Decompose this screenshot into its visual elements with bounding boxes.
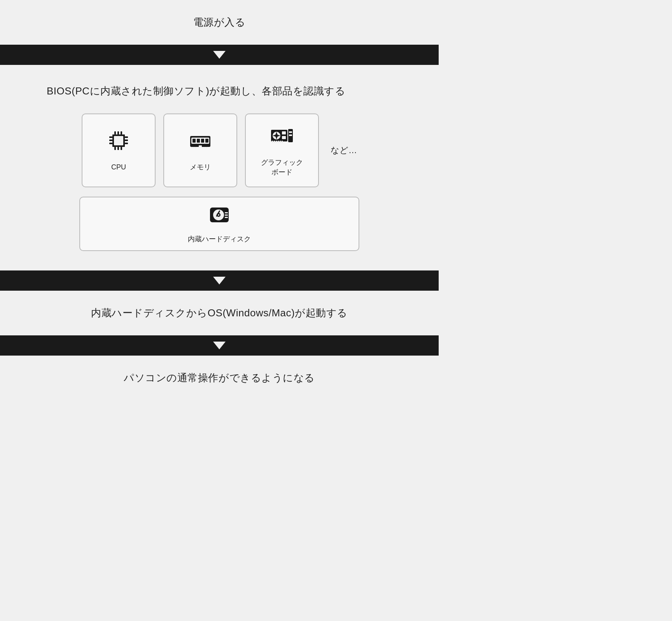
arrow-bar-1 xyxy=(0,45,439,65)
step-power-text: 電源が入る xyxy=(193,16,246,29)
svg-rect-19 xyxy=(205,139,208,143)
hdd-icon xyxy=(208,204,230,230)
arrow-bar-2 xyxy=(0,270,439,291)
svg-rect-12 xyxy=(125,140,128,141)
graphics-label: グラフィックボード xyxy=(261,158,303,177)
svg-rect-48 xyxy=(225,217,228,218)
cpu-icon xyxy=(106,128,131,157)
memory-label: メモリ xyxy=(190,162,211,172)
hdd-card: 内蔵ハードディスク xyxy=(79,197,359,251)
svg-rect-11 xyxy=(125,136,128,138)
svg-rect-39 xyxy=(280,141,281,143)
arrow-bar-3 xyxy=(0,335,439,356)
svg-rect-26 xyxy=(206,147,207,148)
hdd-label: 内蔵ハードディスク xyxy=(188,234,251,244)
svg-rect-18 xyxy=(201,139,204,143)
svg-rect-8 xyxy=(109,136,112,138)
step-power: 電源が入る xyxy=(0,0,439,45)
svg-rect-10 xyxy=(109,143,112,144)
svg-rect-6 xyxy=(117,147,119,150)
svg-rect-9 xyxy=(109,140,112,141)
bios-title: BIOS(PCに内蔵された制御ソフト)が起動し、各部品を認識する xyxy=(47,84,345,98)
svg-rect-7 xyxy=(121,147,122,150)
cpu-card: CPU xyxy=(82,113,156,187)
svg-rect-22 xyxy=(193,147,194,148)
step-ready-text: パソコンの通常操作ができるようになる xyxy=(124,371,315,385)
nado-text: など… xyxy=(331,145,357,156)
svg-rect-3 xyxy=(117,131,119,134)
svg-rect-35 xyxy=(272,141,273,143)
svg-rect-30 xyxy=(282,131,286,134)
svg-rect-36 xyxy=(274,141,275,143)
step-os: 内蔵ハードディスクからOS(Windows/Mac)が起動する xyxy=(0,291,439,335)
svg-rect-23 xyxy=(195,147,196,148)
svg-point-29 xyxy=(275,134,278,137)
arrow-down-2 xyxy=(213,277,226,284)
graphics-icon xyxy=(270,124,294,152)
memory-icon xyxy=(188,128,213,157)
svg-rect-31 xyxy=(282,136,286,139)
svg-rect-46 xyxy=(225,212,228,213)
svg-rect-33 xyxy=(289,131,292,133)
svg-rect-21 xyxy=(191,147,192,148)
graphics-card: グラフィックボード xyxy=(245,113,319,187)
svg-rect-40 xyxy=(282,141,283,143)
svg-rect-16 xyxy=(192,139,196,143)
svg-rect-5 xyxy=(114,147,116,150)
svg-rect-34 xyxy=(289,134,292,136)
svg-rect-17 xyxy=(197,139,200,143)
step-ready: パソコンの通常操作ができるようになる xyxy=(0,356,439,400)
svg-rect-38 xyxy=(278,141,279,143)
svg-rect-20 xyxy=(199,145,202,148)
svg-rect-1 xyxy=(114,136,123,145)
svg-rect-2 xyxy=(114,131,116,134)
cpu-label: CPU xyxy=(111,162,126,172)
svg-rect-47 xyxy=(225,215,228,216)
components-row-top: CPU xyxy=(23,113,415,187)
arrow-down-1 xyxy=(213,51,226,59)
bios-section: BIOS(PCに内蔵された制御ソフト)が起動し、各部品を認識する xyxy=(0,65,439,270)
svg-rect-37 xyxy=(276,141,277,143)
memory-card: メモリ xyxy=(163,113,237,187)
svg-rect-25 xyxy=(204,147,205,148)
svg-rect-4 xyxy=(121,131,122,134)
step-os-text: 内蔵ハードディスクからOS(Windows/Mac)が起動する xyxy=(91,306,348,320)
arrow-down-3 xyxy=(213,342,226,349)
svg-rect-24 xyxy=(202,147,203,148)
svg-rect-13 xyxy=(125,143,128,144)
